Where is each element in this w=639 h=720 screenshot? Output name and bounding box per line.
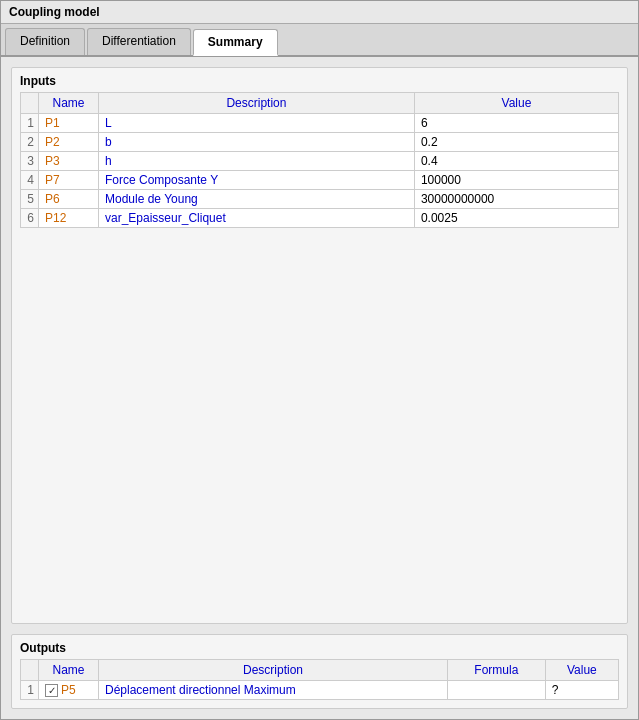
output-checkbox[interactable]: ✓ <box>45 684 58 697</box>
input-description: Module de Young <box>99 190 415 209</box>
outputs-col-description: Description <box>99 659 448 680</box>
input-value: 30000000000 <box>414 190 618 209</box>
input-description: Force Composante Y <box>99 171 415 190</box>
table-row: 1 ✓ P5 Déplacement directionnel Maximum … <box>21 680 619 700</box>
output-checkbox-cell: ✓ P5 <box>45 683 76 697</box>
outputs-header-row: Name Description Formula Value <box>21 659 619 680</box>
outputs-table: Name Description Formula Value 1 ✓ P5 Dé… <box>20 659 619 701</box>
output-formula <box>448 680 546 700</box>
table-row: 1 P1 L 6 <box>21 114 619 133</box>
input-description: var_Epaisseur_Cliquet <box>99 209 415 228</box>
input-name: P6 <box>39 190 99 209</box>
tab-definition[interactable]: Definition <box>5 28 85 55</box>
row-num: 6 <box>21 209 39 228</box>
table-row: 2 P2 b 0.2 <box>21 133 619 152</box>
outputs-col-formula: Formula <box>448 659 546 680</box>
inputs-col-value: Value <box>414 93 618 114</box>
input-name: P7 <box>39 171 99 190</box>
row-num: 2 <box>21 133 39 152</box>
table-row: 4 P7 Force Composante Y 100000 <box>21 171 619 190</box>
input-name: P1 <box>39 114 99 133</box>
inputs-section: Inputs Name Description Value 1 P1 L 6 <box>11 67 628 624</box>
outputs-col-name: Name <box>39 659 99 680</box>
outputs-section: Outputs Name Description Formula Value <box>11 634 628 710</box>
inputs-header-row: Name Description Value <box>21 93 619 114</box>
outputs-col-value: Value <box>545 659 618 680</box>
table-row: 3 P3 h 0.4 <box>21 152 619 171</box>
inputs-col-empty <box>21 93 39 114</box>
input-name: P2 <box>39 133 99 152</box>
input-value: 6 <box>414 114 618 133</box>
row-num: 5 <box>21 190 39 209</box>
input-value: 0.4 <box>414 152 618 171</box>
tab-differentiation[interactable]: Differentiation <box>87 28 191 55</box>
window-title: Coupling model <box>1 1 638 24</box>
coupling-model-window: Coupling model Definition Differentiatio… <box>0 0 639 720</box>
inputs-table-container: Name Description Value 1 P1 L 6 2 P2 b 0… <box>12 92 627 236</box>
input-description: h <box>99 152 415 171</box>
tabs-bar: Definition Differentiation Summary <box>1 24 638 57</box>
inputs-col-name: Name <box>39 93 99 114</box>
inputs-title: Inputs <box>12 68 627 92</box>
inputs-table: Name Description Value 1 P1 L 6 2 P2 b 0… <box>20 92 619 228</box>
input-description: L <box>99 114 415 133</box>
input-description: b <box>99 133 415 152</box>
input-value: 0.0025 <box>414 209 618 228</box>
table-row: 6 P12 var_Epaisseur_Cliquet 0.0025 <box>21 209 619 228</box>
row-num: 1 <box>21 680 39 700</box>
outputs-table-container: Name Description Formula Value 1 ✓ P5 Dé… <box>12 659 627 709</box>
table-row: 5 P6 Module de Young 30000000000 <box>21 190 619 209</box>
row-num: 4 <box>21 171 39 190</box>
tab-summary[interactable]: Summary <box>193 29 278 56</box>
content-area: Inputs Name Description Value 1 P1 L 6 <box>1 57 638 719</box>
input-name: P3 <box>39 152 99 171</box>
output-value: ? <box>545 680 618 700</box>
input-name: P12 <box>39 209 99 228</box>
row-num: 3 <box>21 152 39 171</box>
input-value: 0.2 <box>414 133 618 152</box>
row-num: 1 <box>21 114 39 133</box>
inputs-col-description: Description <box>99 93 415 114</box>
outputs-title: Outputs <box>12 635 627 659</box>
output-description: Déplacement directionnel Maximum <box>99 680 448 700</box>
outputs-col-empty <box>21 659 39 680</box>
input-value: 100000 <box>414 171 618 190</box>
output-name: ✓ P5 <box>39 680 99 700</box>
